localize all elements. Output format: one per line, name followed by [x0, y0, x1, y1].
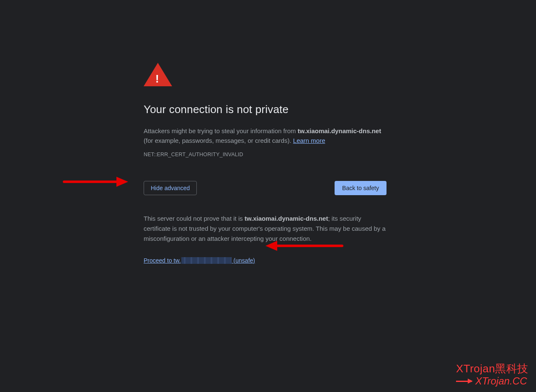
redacted-domain — [181, 257, 232, 264]
advanced-explanation: This server could not prove that it is t… — [144, 214, 387, 244]
warning-triangle-icon — [144, 63, 172, 86]
warning-description: Attackers might be trying to steal your … — [144, 126, 387, 146]
hide-advanced-button[interactable]: Hide advanced — [144, 181, 197, 195]
learn-more-link[interactable]: Learn more — [293, 137, 325, 144]
annotation-arrow-right-icon — [63, 178, 134, 188]
advanced-domain: tw.xiaomai.dynamic-dns.net — [245, 215, 328, 222]
back-to-safety-button[interactable]: Back to safety — [335, 181, 387, 195]
error-code: NET::ERR_CERT_AUTHORITY_INVALID — [144, 152, 387, 157]
advanced-text-prefix: This server could not prove that it is — [144, 215, 245, 222]
page-title: Your connection is not private — [144, 103, 387, 116]
ssl-error-page: Your connection is not private Attackers… — [144, 63, 387, 264]
proceed-unsafe-link[interactable]: Proceed to tw. (unsafe) — [144, 257, 255, 264]
watermark-line2: XTrojan.CC — [456, 375, 528, 387]
watermark: XTrojan黑科技 XTrojan.CC — [456, 361, 528, 387]
proceed-row: Proceed to tw. (unsafe) — [144, 257, 387, 264]
desc-text-prefix: Attackers might be trying to steal your … — [144, 127, 298, 134]
desc-domain: tw.xiaomai.dynamic-dns.net — [298, 127, 381, 134]
desc-text-suffix: (for example, passwords, messages, or cr… — [144, 137, 293, 144]
watermark-line1: XTrojan黑科技 — [456, 361, 528, 376]
watermark-url: XTrojan.CC — [475, 375, 527, 387]
arrow-right-icon — [456, 381, 472, 382]
button-row: Hide advanced Back to safety — [144, 181, 387, 195]
proceed-suffix: (unsafe) — [232, 257, 255, 264]
proceed-prefix: Proceed to tw. — [144, 257, 181, 264]
